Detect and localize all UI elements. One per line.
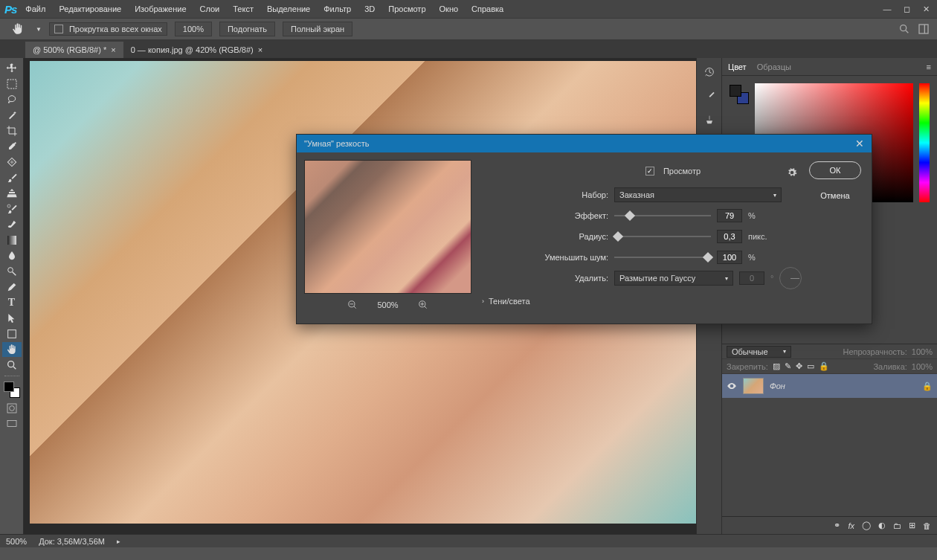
menu-view[interactable]: Просмотр <box>388 4 425 13</box>
zoom-out-icon[interactable] <box>347 300 358 310</box>
layer-mask-icon[interactable]: ◯ <box>862 521 871 530</box>
maximize-icon[interactable]: ◻ <box>900 4 913 14</box>
search-icon[interactable] <box>898 23 910 35</box>
document-tab[interactable]: 0 — копия.jpg @ 420% (RGB/8#) × <box>123 42 270 58</box>
panel-menu-icon[interactable]: ≡ <box>927 62 931 71</box>
minimize-icon[interactable]: — <box>880 4 894 14</box>
cancel-button[interactable]: Отмена <box>809 187 861 205</box>
screen-mode-tool[interactable] <box>2 416 22 431</box>
foreground-background-swatch[interactable] <box>2 379 22 400</box>
brush-tool[interactable] <box>2 170 22 185</box>
layer-row[interactable]: Фон 🔒 <box>722 374 937 398</box>
tab-swatches[interactable]: Образцы <box>757 62 791 71</box>
brush-settings-icon[interactable] <box>702 113 717 126</box>
shape-tool[interactable] <box>2 326 22 341</box>
document-tab[interactable]: @ 500% (RGB/8#) * × <box>25 42 123 58</box>
lock-pixels-icon[interactable]: ▨ <box>773 361 780 371</box>
menu-image[interactable]: Изображение <box>135 4 186 13</box>
quick-mask-tool[interactable] <box>2 401 22 416</box>
svg-line-30 <box>424 306 426 309</box>
preset-select[interactable]: Заказная▾ <box>614 187 782 202</box>
eyedropper-tool[interactable] <box>2 139 22 154</box>
hue-slider[interactable] <box>919 83 930 202</box>
visibility-icon[interactable] <box>727 381 737 391</box>
menu-window[interactable]: Окно <box>439 4 459 13</box>
history-brush-tool[interactable] <box>2 202 22 216</box>
magic-wand-tool[interactable] <box>2 108 22 123</box>
color-panel-tabs: Цвет Образцы ≡ <box>722 58 937 76</box>
amount-input[interactable]: 79 <box>717 209 742 222</box>
lock-all-icon[interactable]: 🔒 <box>819 361 829 371</box>
fit-screen-button[interactable]: Подогнать <box>219 22 275 36</box>
scroll-all-windows-checkbox[interactable]: Прокрутка во всех окнах <box>49 22 167 36</box>
preview-checkbox[interactable] <box>645 167 654 176</box>
menu-layers[interactable]: Слои <box>200 4 220 13</box>
dialog-close-icon[interactable]: ✕ <box>855 138 864 149</box>
link-layers-icon[interactable]: ⚭ <box>834 521 840 530</box>
lock-artboard-icon[interactable]: ▭ <box>807 361 814 371</box>
ok-button[interactable]: ОК <box>809 161 861 179</box>
blend-mode-select[interactable]: Обычные▾ <box>727 346 791 358</box>
new-layer-icon[interactable]: ⊞ <box>909 521 915 530</box>
pen-tool[interactable] <box>2 280 22 295</box>
menu-edit[interactable]: Редактирование <box>59 4 121 13</box>
layer-name[interactable]: Фон <box>770 382 785 390</box>
smart-sharpen-dialog: "Умная" резкость ✕ 500% Просмотр Набор: … <box>296 134 872 324</box>
tab-close-icon[interactable]: × <box>111 45 115 54</box>
crop-tool[interactable] <box>2 123 22 138</box>
menu-3d[interactable]: 3D <box>364 4 375 13</box>
blur-tool[interactable] <box>2 248 22 263</box>
gradient-tool[interactable] <box>2 233 22 248</box>
zoom-in-icon[interactable] <box>418 300 428 310</box>
healing-brush-tool[interactable] <box>2 155 22 170</box>
group-icon[interactable]: 🗀 <box>893 521 901 530</box>
lock-brush-icon[interactable]: ✎ <box>785 361 791 371</box>
svg-rect-9 <box>7 236 16 245</box>
menu-file[interactable]: Файл <box>25 4 45 13</box>
fg-bg-swatch[interactable] <box>730 85 749 104</box>
history-panel-icon[interactable] <box>702 65 717 79</box>
menu-select[interactable]: Выделение <box>267 4 310 13</box>
dialog-preview[interactable] <box>304 160 471 294</box>
status-zoom[interactable]: 500% <box>6 537 27 546</box>
tab-close-icon[interactable]: × <box>258 45 263 54</box>
chevron-down-icon[interactable]: ▼ <box>36 26 42 33</box>
dodge-tool[interactable] <box>2 264 22 279</box>
close-icon[interactable]: ✕ <box>919 4 933 14</box>
lasso-tool[interactable] <box>2 92 22 107</box>
adjustment-layer-icon[interactable]: ◐ <box>878 521 886 530</box>
eraser-tool[interactable] <box>2 217 22 232</box>
workspace-icon[interactable] <box>918 23 930 35</box>
menu-text[interactable]: Текст <box>233 4 254 13</box>
noise-slider[interactable] <box>614 252 711 263</box>
lock-position-icon[interactable]: ✥ <box>796 361 802 371</box>
tab-color[interactable]: Цвет <box>728 62 747 71</box>
marquee-tool[interactable] <box>2 77 22 91</box>
gear-icon[interactable] <box>787 167 797 178</box>
noise-input[interactable]: 100 <box>717 251 742 264</box>
radius-input[interactable]: 0,3 <box>717 230 742 243</box>
menu-help[interactable]: Справка <box>471 4 503 13</box>
clone-stamp-tool[interactable] <box>2 186 22 201</box>
brushes-panel-icon[interactable] <box>702 89 717 103</box>
opacity-value[interactable]: 100% <box>912 347 933 356</box>
trash-icon[interactable]: 🗑 <box>923 521 931 530</box>
document-tab-strip: @ 500% (RGB/8#) * × 0 — копия.jpg @ 420%… <box>0 40 937 58</box>
zoom-tool[interactable] <box>2 358 22 373</box>
hand-tool[interactable] <box>2 342 22 357</box>
shadows-highlights-expander[interactable]: › Тени/света <box>482 297 864 306</box>
zoom-100-button[interactable]: 100% <box>175 22 212 36</box>
amount-slider[interactable] <box>614 210 711 221</box>
radius-slider[interactable] <box>614 231 711 242</box>
remove-select[interactable]: Размытие по Гауссу▾ <box>614 271 733 286</box>
angle-dial[interactable] <box>779 267 802 289</box>
move-tool[interactable] <box>2 61 22 76</box>
type-tool[interactable]: T <box>2 295 22 310</box>
chevron-right-icon[interactable]: ▸ <box>117 538 120 545</box>
fill-value[interactable]: 100% <box>912 362 933 371</box>
full-screen-button[interactable]: Полный экран <box>283 22 352 36</box>
path-selection-tool[interactable] <box>2 311 22 326</box>
menu-filter[interactable]: Фильтр <box>323 4 351 13</box>
layer-style-icon[interactable]: fx <box>848 521 854 530</box>
dialog-titlebar[interactable]: "Умная" резкость ✕ <box>297 135 872 152</box>
